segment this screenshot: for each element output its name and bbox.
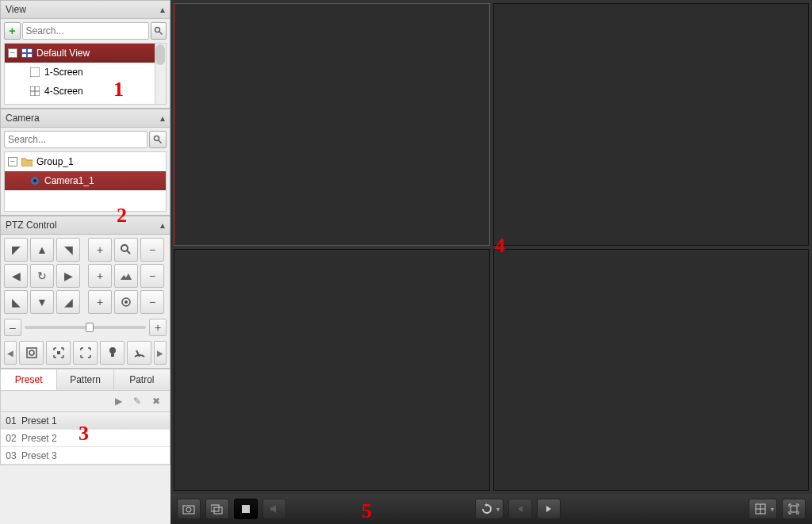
camera-search-button[interactable] (149, 131, 167, 148)
view-panel-body: + − Default View 1-Screen 4-Screen (0, 19, 170, 109)
cycle-dropdown[interactable]: ▾ (494, 499, 504, 519)
aux-next-button[interactable]: ▶ (154, 341, 167, 365)
svg-point-15 (121, 245, 128, 251)
chevron-up-icon: ▴ (160, 4, 165, 15)
aux-light-button[interactable] (100, 341, 124, 365)
camera-tree-camera[interactable]: Camera1_1 (5, 171, 166, 190)
aux-center-button[interactable] (46, 341, 71, 365)
focus-far-button[interactable]: − (140, 264, 164, 288)
view-tree-root[interactable]: − Default View (5, 44, 166, 63)
video-cell-2[interactable] (493, 3, 810, 246)
prev-page-button[interactable] (508, 499, 532, 519)
search-icon (153, 135, 163, 144)
ptz-down-right-button[interactable]: ◢ (56, 290, 80, 314)
speed-slower-button[interactable]: – (4, 319, 21, 336)
view-search-input[interactable] (22, 22, 149, 40)
view-tree-scrollbar[interactable] (155, 44, 166, 104)
ptz-panel-header[interactable]: PTZ Control ▴ (0, 216, 170, 235)
one-screen-icon (29, 67, 41, 78)
camera-search-input[interactable] (4, 131, 147, 148)
svg-point-11 (155, 136, 159, 141)
camera-tree-group-label: Group_1 (36, 156, 74, 167)
ptz-auto-button[interactable]: ↻ (30, 264, 54, 288)
ptz-left-button[interactable]: ◀ (4, 264, 28, 288)
aux-wiper-button[interactable] (127, 341, 151, 365)
add-view-button[interactable]: + (4, 22, 21, 40)
video-cell-4[interactable] (493, 249, 810, 491)
sidebar: View ▴ + − Default View 1-Screen 4-Scree… (0, 0, 170, 524)
snapshot-all-button[interactable] (205, 499, 229, 519)
aux-3d-zoom-button[interactable] (19, 341, 44, 365)
audio-button[interactable] (262, 499, 286, 519)
preset-call-button[interactable]: ▶ (111, 394, 125, 408)
svg-point-14 (33, 179, 36, 182)
svg-rect-7 (30, 67, 40, 77)
svg-point-20 (29, 350, 34, 355)
iris-open-button[interactable]: + (88, 290, 112, 314)
camera-panel-title: Camera (6, 113, 40, 124)
zoom-in-button[interactable]: + (88, 238, 112, 262)
snapshot-button[interactable] (177, 499, 201, 519)
next-page-button[interactable] (537, 499, 561, 519)
aux-prev-button[interactable]: ◀ (4, 341, 17, 365)
svg-line-12 (159, 140, 162, 143)
four-screen-icon (29, 86, 41, 97)
camera-panel-header[interactable]: Camera ▴ (0, 109, 170, 128)
zoom-out-button[interactable]: − (140, 238, 164, 262)
preset-edit-button[interactable]: ✎ (130, 394, 144, 408)
view-search-button[interactable] (151, 22, 167, 40)
speed-faster-button[interactable]: + (149, 319, 167, 336)
collapse-icon[interactable]: − (8, 157, 17, 166)
speed-slider[interactable] (25, 326, 146, 329)
slider-thumb[interactable] (86, 323, 94, 332)
ptz-right-button[interactable]: ▶ (56, 264, 80, 288)
svg-rect-28 (214, 507, 222, 514)
ptz-up-button[interactable]: ▲ (30, 238, 54, 262)
stop-all-button[interactable] (234, 499, 258, 519)
camera-tree-group[interactable]: − Group_1 (5, 152, 166, 171)
iris-close-button[interactable]: − (140, 290, 164, 314)
grid-view-icon (21, 48, 33, 59)
zoom-icon[interactable] (114, 238, 138, 262)
svg-rect-19 (27, 348, 36, 358)
aux-expand-button[interactable] (73, 341, 98, 365)
ptz-panel-title: PTZ Control (6, 220, 57, 231)
scrollbar-thumb[interactable] (155, 44, 165, 65)
preset-item[interactable]: 01 Preset 1 (1, 412, 170, 430)
collapse-icon[interactable]: − (8, 48, 17, 58)
view-tree-item-label: 1-Screen (44, 67, 83, 78)
layout-dropdown[interactable]: ▾ (768, 499, 777, 519)
focus-icon[interactable] (114, 264, 138, 288)
ptz-down-button[interactable]: ▼ (30, 290, 54, 314)
preset-item[interactable]: 03 Preset 3 (1, 447, 170, 465)
search-icon (154, 26, 163, 36)
tab-preset[interactable]: Preset (1, 369, 57, 390)
preset-list: 01 Preset 1 02 Preset 2 03 Preset 3 (0, 412, 170, 465)
focus-near-button[interactable]: + (88, 264, 112, 288)
svg-rect-29 (242, 505, 250, 513)
preset-num: 03 (1, 450, 21, 461)
ptz-up-left-button[interactable]: ◤ (4, 238, 28, 262)
view-tree-item-1screen[interactable]: 1-Screen (5, 63, 166, 82)
video-cell-3[interactable] (174, 249, 490, 491)
preset-toolbar: ▶ ✎ ✖ (0, 391, 170, 412)
preset-delete-button[interactable]: ✖ (149, 394, 163, 408)
view-tree[interactable]: − Default View 1-Screen 4-Screen (4, 43, 167, 105)
svg-point-26 (186, 507, 191, 512)
view-tree-item-label: 4-Screen (44, 86, 83, 97)
svg-rect-3 (22, 49, 26, 52)
fullscreen-button[interactable] (782, 499, 806, 519)
camera-icon (29, 175, 41, 186)
video-grid (170, 0, 812, 494)
ptz-down-left-button[interactable]: ◣ (4, 290, 28, 314)
tab-pattern[interactable]: Pattern (57, 369, 113, 390)
svg-rect-27 (211, 505, 219, 511)
tab-patrol[interactable]: Patrol (114, 369, 170, 390)
preset-item[interactable]: 02 Preset 2 (1, 430, 170, 447)
ptz-up-right-button[interactable]: ◥ (56, 238, 80, 262)
view-panel-header[interactable]: View ▴ (0, 0, 170, 19)
iris-icon[interactable] (114, 290, 138, 314)
camera-tree[interactable]: − Group_1 Camera1_1 (4, 151, 167, 212)
video-cell-1[interactable] (174, 3, 490, 246)
view-tree-item-4screen[interactable]: 4-Screen (5, 82, 166, 101)
